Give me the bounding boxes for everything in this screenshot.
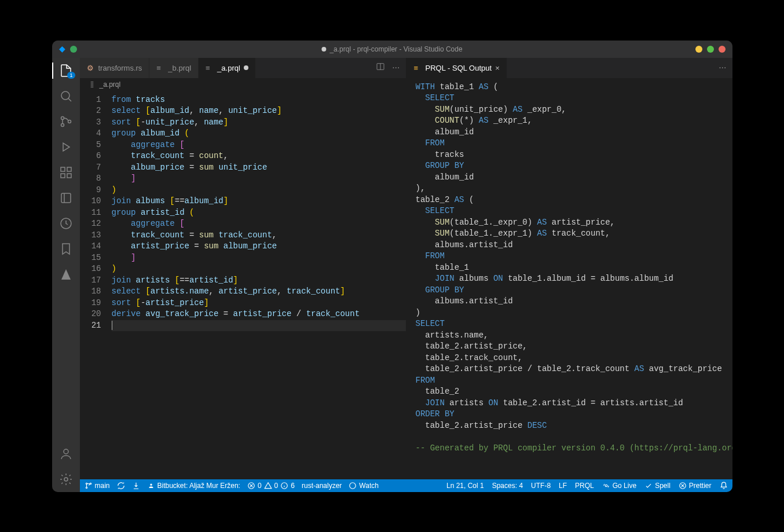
code-line: WITH table_1 AS ( [416,82,732,93]
svg-point-0 [61,91,69,100]
status-golive[interactable]: Go Live [602,482,636,490]
code-line[interactable]: ] [112,173,406,185]
code-line[interactable]: aggregate [ [112,140,406,151]
code-line: table_2 [416,386,732,398]
code-line[interactable]: select [album_id, name, unit_price] [112,105,406,117]
more-icon[interactable]: ··· [719,63,726,73]
code-line[interactable]: from tracks [112,94,406,106]
code-line: JOIN artists ON table_2.artist_id = arti… [416,398,732,409]
status-cloud[interactable] [132,482,140,490]
code-line[interactable]: select [artists.name, artist_price, trac… [112,286,406,298]
run-debug-icon[interactable] [59,140,73,154]
code-line[interactable]: group album_id ( [112,128,406,140]
tab-bar-right: ≡PRQL - SQL Output× ··· [406,58,732,78]
code-line[interactable]: derive avg_track_price = artist_price / … [112,309,406,320]
file-type-icon: ⚙ [87,64,95,72]
code-line[interactable]: sort [-artist_price] [112,298,406,309]
status-bitbucket[interactable]: Bitbucket: Aljaž Mur Eržen: [147,482,240,490]
code-line[interactable]: ] [112,252,406,264]
code-line[interactable]: track_count = sum track_count, [112,230,406,241]
svg-point-10 [64,449,68,454]
status-lang-server[interactable]: rust-analyzer [302,482,342,490]
explorer-icon[interactable]: 1 [59,64,73,78]
tab-transforms-rs[interactable]: ⚙transforms.rs [80,58,150,78]
code-line: ORDER BY [416,409,732,420]
code-line [416,431,732,443]
code-line: ), [416,183,732,195]
activity-bar: 1 [52,58,80,492]
code-line: tracks [416,149,732,161]
code-line[interactable]: sort [-unit_price, name] [112,117,406,129]
code-line[interactable] [112,320,406,332]
status-spaces[interactable]: Spaces: 4 [492,482,523,490]
minimize-icon[interactable] [695,46,702,53]
tab-_b-prql[interactable]: ≡_b.prql [149,58,199,78]
tab-_a-prql[interactable]: ≡_a.prql [199,58,256,78]
code-line: COUNT(*) AS _expr_1, [416,115,732,127]
more-icon[interactable]: ··· [392,63,400,73]
status-bar: main Bitbucket: Aljaž Mur Eržen: 0 0 6 r… [80,479,732,492]
breadcrumb[interactable]: _a.prql [80,78,406,91]
svg-point-1 [61,116,64,119]
code-line[interactable]: join artists [==artist_id] [112,275,406,287]
editor-left[interactable]: 123456789101112131415161718192021 from t… [80,91,406,479]
svg-point-18 [350,482,356,489]
code-content-prql[interactable]: from tracksselect [album_id, name, unit_… [112,91,406,479]
code-line[interactable]: ) [112,185,406,196]
svg-point-13 [86,483,87,484]
file-type-icon: ≡ [206,64,214,72]
svg-rect-4 [61,167,65,171]
status-spell[interactable]: Spell [644,482,671,490]
window-title: _a.prql - prql-compiler - Visual Studio … [321,45,462,53]
file-icon [88,80,96,89]
status-problems[interactable]: 0 0 6 [247,482,295,490]
status-branch[interactable]: main [85,482,110,490]
svg-point-19 [605,485,607,487]
status-encoding[interactable]: UTF-8 [531,482,551,490]
tab-PRQL-SQL-Output[interactable]: ≡PRQL - SQL Output× [407,58,507,78]
status-bell-icon[interactable] [720,482,728,490]
editor-group-right: ≡PRQL - SQL Output× ··· WITH table_1 AS … [406,58,732,479]
svg-point-3 [68,120,71,123]
svg-point-15 [90,483,91,484]
code-line: ) [416,307,732,319]
source-control-icon[interactable] [59,115,73,129]
code-line[interactable]: aggregate [ [112,218,406,230]
code-line: FROM [416,375,732,387]
code-line: GROUP BY [416,285,732,296]
code-line: table_2 AS ( [416,195,732,206]
code-line: album_id [416,127,732,138]
status-language[interactable]: PRQL [575,482,594,490]
maximize-icon[interactable] [707,46,714,53]
editor-right[interactable]: WITH table_1 AS ( SELECT SUM(unit_price)… [406,78,732,479]
bookmark-icon[interactable] [59,242,73,256]
status-eol[interactable]: LF [559,482,567,490]
explorer-badge: 1 [67,72,75,79]
code-line: FROM [416,138,732,149]
code-line: albums.artist_id [416,240,732,251]
split-editor-icon[interactable] [376,62,385,74]
status-cursor[interactable]: Ln 21, Col 1 [446,482,484,490]
azure-icon[interactable] [59,267,73,281]
code-line[interactable]: group artist_id ( [112,207,406,219]
close-icon[interactable] [719,46,726,53]
code-line[interactable]: album_price = sum unit_price [112,162,406,174]
status-sync[interactable] [117,482,125,490]
status-watch[interactable]: Watch [349,482,379,490]
code-line: SUM(table_1._expr_0) AS artist_price, [416,217,732,229]
code-line[interactable]: track_count = count, [112,151,406,162]
status-prettier[interactable]: Prettier [679,482,712,490]
code-line[interactable]: join albums [==album_id] [112,196,406,207]
close-tab-icon[interactable]: × [495,64,500,72]
code-line[interactable]: artist_price = sum album_price [112,241,406,252]
extensions-icon[interactable] [59,166,73,179]
gear-icon[interactable] [59,472,73,486]
file-type-icon: ≡ [156,64,164,72]
code-line: JOIN albums ON table_1.album_id = albums… [416,273,732,285]
sidebar-item-icon[interactable] [59,191,73,205]
timeline-icon[interactable] [59,217,73,230]
modified-dot-icon [321,47,326,52]
account-icon[interactable] [59,447,73,461]
search-icon[interactable] [59,89,73,103]
code-line[interactable]: ) [112,263,406,275]
